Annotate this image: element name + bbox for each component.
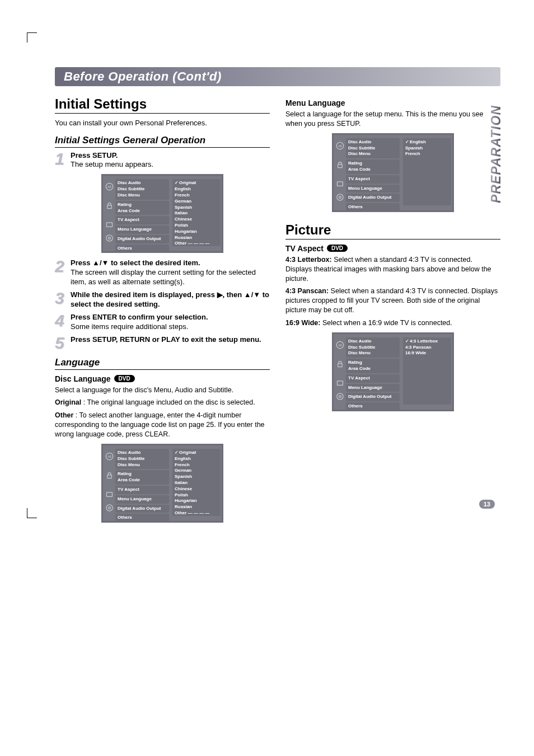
crop-mark-tl bbox=[27, 32, 37, 43]
lock-icon bbox=[336, 161, 344, 169]
step-3: 3 While the desired item is displayed, p… bbox=[55, 290, 270, 309]
initial-settings-title: Initial Settings bbox=[55, 96, 270, 114]
menu-item-others: Others bbox=[118, 246, 167, 252]
menu-right-list: Original English French German Spanish I… bbox=[172, 179, 221, 247]
opt-french: French bbox=[175, 192, 218, 199]
menu-right-list: Original English French German Spanish I… bbox=[172, 449, 221, 517]
menu-language-desc: Select a language for the setup menu. Th… bbox=[285, 110, 500, 129]
menu-item-area-code: Area Code bbox=[118, 208, 167, 214]
step-bold: Press ENTER to confirm your selection. bbox=[71, 313, 208, 321]
menu-item-disc-audio: Disc Audio bbox=[348, 339, 397, 345]
menu-item-area-code: Area Code bbox=[348, 167, 397, 173]
tv-aspect-label: TV Aspect bbox=[285, 244, 324, 253]
menu-item-digital-audio: Digital Audio Output bbox=[348, 394, 397, 400]
svg-rect-9 bbox=[107, 492, 113, 497]
svg-rect-8 bbox=[107, 475, 112, 478]
wide-text: Select when a 16:9 wide TV is connected. bbox=[320, 319, 452, 327]
step-text: While the desired item is displayed, pre… bbox=[71, 290, 270, 309]
svg-text:AB: AB bbox=[107, 185, 111, 189]
step-number: 4 bbox=[55, 313, 67, 328]
menu-item-others: Others bbox=[118, 515, 167, 521]
opt-hungarian: Hungarian bbox=[175, 229, 218, 235]
svg-text:AB: AB bbox=[107, 455, 111, 458]
menu-item-tv-aspect: TV Aspect bbox=[348, 176, 397, 182]
menu-item-disc-audio: Disc Audio bbox=[348, 139, 397, 145]
menu-language-figure: AB Disc Audio Disc Subtitle Disc Menu Ra… bbox=[332, 133, 454, 212]
step-desc: The screen will display the current sett… bbox=[71, 268, 256, 286]
opt-english: English bbox=[175, 456, 218, 462]
opt-hungarian: Hungarian bbox=[175, 498, 218, 504]
disc-language-desc: Select a language for the disc's Menu, A… bbox=[55, 386, 270, 395]
menu-item-digital-audio: Digital Audio Output bbox=[118, 236, 167, 242]
svg-rect-3 bbox=[107, 223, 113, 227]
menu-item-digital-audio: Digital Audio Output bbox=[348, 195, 397, 201]
step-bold: Press SETUP, RETURN or PLAY to exit the … bbox=[71, 335, 261, 344]
step-text: Press ▲/▼ to select the desired item. Th… bbox=[71, 259, 270, 287]
opt-spanish: Spanish bbox=[405, 145, 449, 152]
svg-point-5 bbox=[109, 237, 111, 240]
svg-point-17 bbox=[339, 196, 341, 198]
step-desc: The setup menu appears. bbox=[71, 160, 153, 168]
menu-item-disc-menu: Disc Menu bbox=[348, 350, 397, 356]
menu-item-rating: Rating bbox=[348, 360, 397, 366]
opt-english: English bbox=[175, 186, 218, 192]
step-2: 2 Press ▲/▼ to select the desired item. … bbox=[55, 259, 270, 287]
menu-item-menu-language: Menu Language bbox=[118, 496, 167, 503]
abc-icon: AB bbox=[336, 341, 344, 349]
step-4: 4 Press ENTER to confirm your selection.… bbox=[55, 313, 270, 332]
other-text: : To select another language, enter the … bbox=[55, 411, 265, 438]
opt-chinese: Chinese bbox=[175, 486, 218, 492]
gear-icon bbox=[105, 234, 114, 242]
tv-wide: 16:9 Wide: Select when a 16:9 wide TV is… bbox=[285, 318, 500, 328]
menu-item-disc-subtitle: Disc Subtitle bbox=[118, 186, 167, 192]
lock-icon bbox=[336, 360, 344, 368]
menu-item-menu-language: Menu Language bbox=[118, 227, 167, 233]
setup-menu-figure-2: AB Disc Audio Disc Subtitle Disc Menu Ra… bbox=[101, 444, 223, 523]
tv-aspect-heading: TV Aspect DVD bbox=[285, 244, 500, 253]
wide-label: 16:9 Wide: bbox=[285, 319, 320, 327]
step-bold: While the desired item is displayed, pre… bbox=[71, 290, 269, 308]
setup-menu-figure-1: AB Disc Audio Disc Subtitle Disc Menu Ra… bbox=[101, 174, 223, 253]
opt-german: German bbox=[175, 199, 218, 205]
svg-point-22 bbox=[337, 393, 343, 400]
menu-item-menu-language: Menu Language bbox=[348, 385, 397, 391]
opt-italian: Italian bbox=[175, 480, 218, 486]
step-text: Press ENTER to confirm your selection. S… bbox=[71, 313, 270, 332]
step-1: 1 Press SETUP. The setup menu appears. bbox=[55, 151, 270, 170]
menu-item-disc-menu: Disc Menu bbox=[118, 192, 167, 199]
svg-point-23 bbox=[339, 396, 341, 398]
opt-spanish: Spanish bbox=[175, 474, 218, 480]
menu-item-rating: Rating bbox=[118, 471, 167, 477]
opt-other: Other — — — — bbox=[175, 241, 218, 247]
opt-wide: 16:9 Wide bbox=[405, 350, 449, 356]
step-desc: Some items require additional steps. bbox=[71, 322, 188, 331]
svg-point-11 bbox=[109, 507, 111, 509]
tv-icon bbox=[336, 379, 344, 387]
opt-chinese: Chinese bbox=[175, 217, 218, 223]
menu-item-disc-subtitle: Disc Subtitle bbox=[348, 345, 397, 351]
svg-text:AB: AB bbox=[338, 344, 342, 347]
disc-language-heading: Disc Language DVD bbox=[55, 374, 270, 383]
step-5: 5 Press SETUP, RETURN or PLAY to exit th… bbox=[55, 335, 270, 350]
dvd-badge: DVD bbox=[327, 245, 348, 252]
left-column: Initial Settings You can install your ow… bbox=[55, 96, 270, 528]
step-bold: Press SETUP. bbox=[71, 151, 118, 159]
gear-icon bbox=[336, 392, 344, 401]
step-number: 1 bbox=[55, 151, 67, 166]
opt-polish: Polish bbox=[175, 492, 218, 499]
abc-icon: AB bbox=[336, 142, 344, 150]
disc-language-other: Other : To select another language, ente… bbox=[55, 411, 270, 439]
right-column: Menu Language Select a language for the … bbox=[285, 96, 500, 528]
abc-icon: AB bbox=[105, 182, 114, 191]
lock-icon bbox=[105, 471, 114, 480]
tv-icon bbox=[105, 490, 114, 499]
picture-title: Picture bbox=[285, 222, 500, 240]
menu-item-area-code: Area Code bbox=[348, 366, 397, 372]
step-text: Press SETUP, RETURN or PLAY to exit the … bbox=[71, 335, 270, 345]
tv-icon bbox=[336, 180, 344, 188]
abc-icon: AB bbox=[105, 452, 114, 461]
menu-item-disc-menu: Disc Menu bbox=[118, 462, 167, 468]
side-tab: PREPARATION bbox=[485, 78, 507, 229]
menu-item-area-code: Area Code bbox=[118, 477, 167, 483]
lock-icon bbox=[105, 201, 114, 210]
